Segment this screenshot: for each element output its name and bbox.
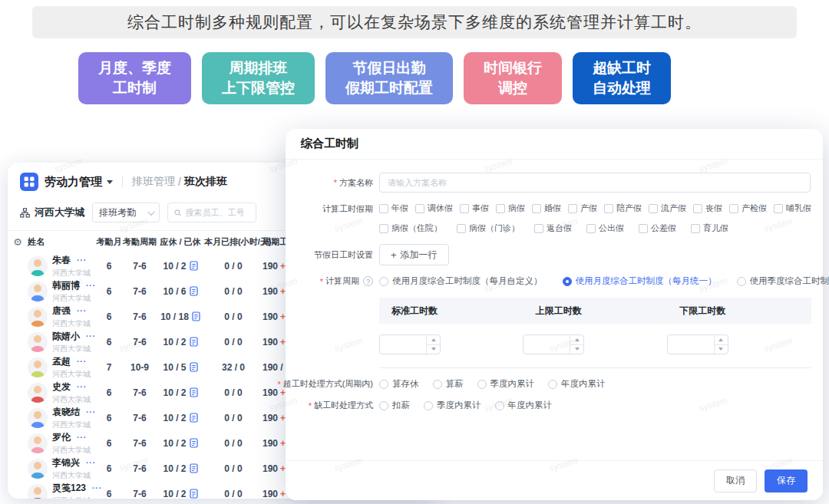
- employee-cell: 李锦兴···河西大学城: [28, 456, 95, 481]
- holiday-checkbox[interactable]: 流产假: [649, 203, 686, 214]
- schedule-doc-icon[interactable]: [190, 413, 198, 423]
- stepper-down-icon[interactable]: [427, 344, 440, 354]
- rest-value: 10 / 2: [163, 261, 186, 272]
- settings-icon[interactable]: ⚙: [8, 236, 28, 248]
- schedule-doc-icon[interactable]: [190, 286, 198, 296]
- badge-label: 调控: [498, 78, 527, 98]
- holiday-checkbox[interactable]: 病假（住院）: [379, 222, 442, 234]
- chevron-down-icon[interactable]: [107, 180, 113, 184]
- overtime-radio[interactable]: 算存休: [379, 378, 419, 390]
- cycle-radio[interactable]: 使用月度综合工时制度（每月自定义）: [379, 275, 543, 287]
- cycle-radio-group: 使用月度综合工时制度（每月自定义）使用月度综合工时制度（每月统一）使用季度综合工…: [379, 275, 829, 287]
- undertime-radio[interactable]: 扣薪: [379, 400, 410, 411]
- row-actions-button[interactable]: ···: [77, 307, 87, 315]
- undertime-radio[interactable]: 年度内累计: [495, 400, 553, 411]
- checkbox-icon: [774, 204, 783, 213]
- badge-label: 周期排班: [230, 58, 288, 78]
- stepper-down-icon[interactable]: [570, 344, 583, 354]
- holiday-checkbox[interactable]: 公差假: [639, 222, 676, 234]
- avatar: [28, 332, 48, 352]
- search-input[interactable]: [185, 208, 249, 217]
- hours-number-input[interactable]: [523, 334, 584, 354]
- holiday-checkbox[interactable]: 事假: [460, 203, 489, 214]
- undertime-radio[interactable]: 季度内累计: [424, 400, 481, 411]
- badge-label: 月度、季度: [98, 58, 171, 78]
- employee-info: 罗伦···河西大学城: [52, 431, 91, 456]
- holiday-checkbox[interactable]: 婚假: [532, 203, 561, 214]
- checkbox-label: 育儿假: [703, 222, 728, 234]
- row-actions-button[interactable]: ···: [77, 433, 87, 442]
- holiday-row-2: 病假（住院）病假（门诊）返台假公出假公差假育儿假: [379, 222, 811, 234]
- holiday-options: 年假调休假事假病假婚假产假陪产假流产假丧假产检假哺乳假 病假（住院）病假（门诊）…: [379, 203, 811, 234]
- checkbox-icon: [729, 204, 738, 213]
- app-grid-icon[interactable]: [20, 173, 38, 191]
- schedule-doc-icon[interactable]: [192, 311, 200, 321]
- number-field[interactable]: [380, 335, 426, 354]
- employee-cell: 袁晓结···河西大学城: [28, 406, 95, 430]
- schedule-doc-icon[interactable]: [190, 438, 198, 448]
- plan-name-input[interactable]: [379, 173, 811, 193]
- schedule-doc-icon[interactable]: [190, 261, 198, 271]
- radio-icon: [737, 277, 746, 286]
- stepper-down-icon[interactable]: [715, 344, 728, 354]
- number-field[interactable]: [668, 335, 714, 354]
- holiday-checkbox[interactable]: 产假: [568, 203, 597, 214]
- holiday-checkbox[interactable]: 年假: [379, 203, 408, 214]
- plus-icon: +: [391, 249, 397, 261]
- cancel-button[interactable]: 取消: [714, 469, 757, 492]
- holiday-checkbox[interactable]: 公出假: [586, 222, 624, 234]
- help-icon[interactable]: ?: [363, 276, 373, 286]
- overtime-radio[interactable]: 算薪: [433, 378, 464, 390]
- attend-cycle-cell: 7-6: [123, 337, 157, 348]
- schedule-doc-icon[interactable]: [190, 362, 198, 372]
- stepper-up-icon[interactable]: [427, 335, 440, 344]
- scheduled-cell: 0 / 0: [204, 489, 263, 499]
- holiday-checkbox[interactable]: 调休假: [415, 203, 453, 214]
- org-selector[interactable]: 河西大学城: [20, 206, 84, 219]
- holiday-checkbox[interactable]: 返台假: [534, 222, 572, 234]
- holiday-checkbox[interactable]: 陪产假: [604, 203, 642, 214]
- holiday-work-label: 节假日工时设置: [286, 249, 373, 261]
- headline-banner: 综合工时制多种规则配置，可以在复杂场景下多维度的系统管理并计算工时。: [32, 6, 797, 38]
- stepper-up-icon[interactable]: [715, 335, 728, 344]
- add-row-button[interactable]: + 添加一行: [379, 244, 449, 265]
- save-button[interactable]: 保存: [765, 469, 808, 492]
- attend-cycle-cell: 7-6: [123, 286, 157, 297]
- schedule-doc-icon[interactable]: [190, 337, 198, 347]
- rest-cell: 10 / 2: [157, 261, 204, 272]
- holiday-checkbox[interactable]: 产检假: [729, 203, 767, 214]
- schedule-doc-icon[interactable]: [190, 387, 198, 397]
- stepper-up-icon[interactable]: [570, 335, 583, 344]
- plan-name-label: * 方案名称: [286, 177, 373, 189]
- schedule-doc-icon[interactable]: [190, 489, 198, 499]
- required-marker: *: [320, 277, 323, 286]
- cycle-radio[interactable]: 使用月度综合工时制度（每月统一）: [563, 275, 717, 287]
- row-actions-button[interactable]: ···: [77, 383, 87, 391]
- cycle-radio[interactable]: 使用季度综合工时制度: [737, 275, 829, 287]
- app-title[interactable]: 劳动力管理: [45, 175, 102, 189]
- row-actions-button[interactable]: ···: [77, 357, 87, 366]
- schedule-filter-select[interactable]: 排班考勤: [92, 203, 160, 222]
- period-base: 190: [263, 387, 278, 398]
- radio-icon: [548, 380, 557, 389]
- breadcrumb-section[interactable]: 排班管理: [132, 175, 175, 189]
- org-tree-icon: [20, 208, 30, 218]
- hours-number-input[interactable]: [667, 334, 728, 354]
- holiday-checkbox[interactable]: 丧假: [693, 203, 722, 214]
- rest-cell: 10 / 2: [157, 387, 204, 398]
- overtime-radio[interactable]: 年度内累计: [548, 378, 606, 390]
- holiday-checkbox[interactable]: 病假: [496, 203, 525, 214]
- hours-number-input[interactable]: [379, 334, 441, 354]
- overtime-radio[interactable]: 季度内累计: [477, 378, 535, 390]
- row-actions-button[interactable]: ···: [77, 256, 87, 265]
- holiday-checkbox[interactable]: 病假（门诊）: [457, 222, 520, 234]
- undertime-radio-group: 扣薪季度内累计年度内累计: [379, 400, 552, 411]
- undertime-label: * 缺工时处理方式: [286, 400, 373, 411]
- holiday-checkbox[interactable]: 育儿假: [691, 222, 728, 234]
- attend-month-cell: 6: [95, 261, 123, 272]
- number-field[interactable]: [523, 335, 570, 354]
- schedule-doc-icon[interactable]: [190, 463, 198, 473]
- search-icon: [174, 209, 181, 217]
- employee-search[interactable]: [167, 203, 256, 222]
- holiday-checkbox[interactable]: 哺乳假: [774, 203, 811, 214]
